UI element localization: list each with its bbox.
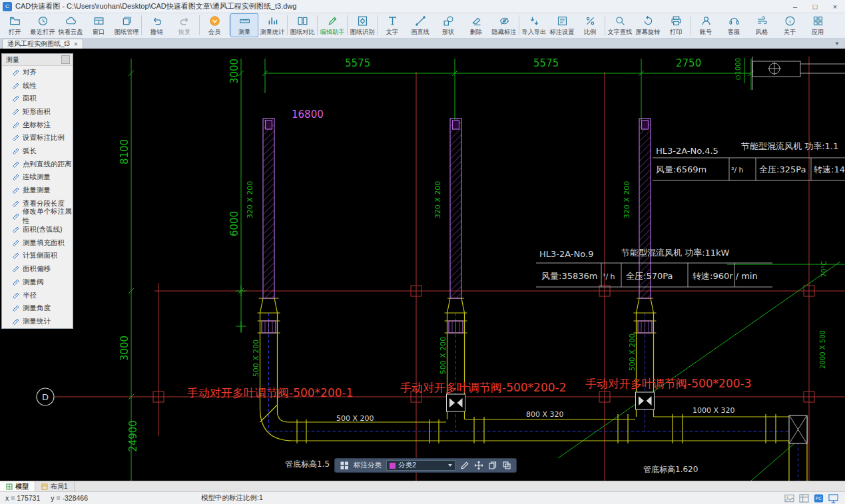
ribbon-collapse-icon[interactable]: ▼: [834, 41, 840, 47]
measure-tool-stats[interactable]: 测量统计: [2, 315, 73, 328]
point-line-icon: [12, 160, 20, 168]
ribbon-button-style[interactable]: 风格: [748, 13, 776, 37]
measure-tool-area[interactable]: 面积: [2, 92, 73, 105]
vip-icon: [208, 15, 221, 27]
measure-tool-coordinate[interactable]: 坐标标注: [2, 119, 73, 132]
rotate-icon: [642, 15, 655, 27]
ribbon-button-sheet-manager[interactable]: 图纸管理: [113, 13, 141, 37]
measure-tool-align[interactable]: 对齐: [2, 66, 73, 79]
side-size-label: 2000 X 500: [819, 330, 826, 369]
measure-tool-radius[interactable]: 半径: [2, 289, 73, 302]
application-window: C CAD快速看图 - C:\Users\ruohan\Desktop\CAD快…: [0, 0, 845, 504]
dim-label-left: 6000: [228, 211, 240, 236]
ribbon-button-draw-line[interactable]: 画直线: [406, 13, 434, 37]
ribbon-button-open[interactable]: 打开: [1, 13, 29, 37]
ribbon-button-window[interactable]: 窗口: [85, 13, 113, 37]
riser-size-label: 320 X 200: [246, 181, 254, 219]
ribbon-button-recent[interactable]: 最近打开: [29, 13, 57, 37]
measure-tool-batch[interactable]: 批量测量: [2, 184, 73, 197]
measure-tool-angle[interactable]: 测量角度: [2, 302, 73, 315]
category-dropdown[interactable]: 分类2: [386, 460, 455, 471]
ribbon-button-delete[interactable]: 删除: [462, 13, 490, 37]
ribbon-button-text[interactable]: 文字: [378, 13, 406, 37]
close-button[interactable]: ×: [825, 0, 845, 13]
cloud-icon: [65, 15, 77, 27]
ribbon-button-about[interactable]: 关于: [776, 13, 804, 37]
ribbon-button-edit-assistant[interactable]: 编辑助手: [318, 13, 346, 37]
area-arc-icon: [12, 226, 20, 234]
fan2-flow: 风量:35836m: [541, 270, 597, 282]
ribbon-button-rotate-screen[interactable]: 屏幕旋转: [634, 13, 662, 37]
ribbon-button-cloud[interactable]: 快看云盘: [57, 13, 85, 37]
valve-annotation[interactable]: 手动对开多叶调节阀-500*200-1: [187, 385, 353, 401]
measure-tool-fill-area[interactable]: 测量填充面积: [2, 236, 73, 250]
pc-version-badge[interactable]: [814, 493, 824, 503]
ribbon-button-annotation-settings[interactable]: 标注设置: [548, 13, 576, 37]
ribbon-button-account[interactable]: 账号: [692, 13, 720, 37]
measure-tool-modify-attr[interactable]: 修改单个标注属性: [2, 210, 73, 224]
ribbon-separator: [377, 15, 378, 35]
measure-tool-rect-area[interactable]: 矩形面积: [2, 105, 73, 119]
ribbon-button-measure[interactable]: 测量: [230, 13, 258, 37]
ribbon-button-redo[interactable]: 恢复: [170, 13, 198, 37]
ribbon-button-find-text[interactable]: 文字查找: [606, 13, 634, 37]
damper-symbols: [447, 392, 808, 443]
eraser-icon: [470, 15, 483, 27]
measure-tool-valve[interactable]: 测量阀: [2, 276, 73, 289]
move-icon[interactable]: [474, 461, 483, 470]
valve-annotation[interactable]: 手动对开多叶调节阀-500*200-2: [400, 380, 566, 395]
undo-icon: [150, 15, 163, 27]
ribbon-button-recognize[interactable]: 图纸识别: [348, 13, 376, 37]
side-area-icon: [12, 252, 20, 260]
apps-grid-icon: [812, 15, 824, 27]
measure-tool-set-scale[interactable]: 设置标注比例: [2, 131, 73, 144]
ribbon-button-measure-stats[interactable]: 测量统计: [258, 13, 286, 37]
layers-icon[interactable]: [502, 461, 511, 470]
measure-tool-area-offset[interactable]: 面积偏移: [2, 262, 73, 276]
sheet-tab-model[interactable]: 模型: [0, 481, 35, 491]
minimize-button[interactable]: –: [785, 0, 805, 13]
sheet-tab-layout1[interactable]: 布局1: [35, 481, 75, 491]
document-tab[interactable]: 通风工程实例图纸_t3 ×: [2, 39, 83, 49]
tab-close-icon[interactable]: ×: [74, 41, 78, 48]
measure-panel-header[interactable]: 测量: [2, 54, 73, 66]
ribbon-button-vip[interactable]: 会员: [200, 13, 228, 37]
panel-collapse-button[interactable]: [61, 55, 70, 64]
cad-canvas[interactable]: D 5575 5575 2750 3000 8100 6000 3000 249…: [0, 49, 845, 481]
ribbon-separator: [287, 15, 288, 35]
ribbon-separator: [691, 15, 691, 35]
fan2-speed: 转速:960r / min: [693, 270, 758, 282]
measure-tool-side-area[interactable]: 计算侧面积: [2, 250, 73, 263]
ribbon-button-hide-annotations[interactable]: 隐藏标注: [490, 13, 518, 37]
compare-icon: [296, 15, 309, 27]
ribbon-button-shapes[interactable]: 形状: [434, 13, 462, 37]
temp-label: 70°C: [820, 261, 828, 278]
measure-tool-continuous[interactable]: 连续测量: [2, 171, 73, 184]
account-icon: [700, 15, 712, 27]
measure-tool-point-line-distance[interactable]: 点到直线的距离: [2, 158, 73, 171]
fan2-tag: HL3-2A-No.9: [539, 249, 593, 259]
maximize-button[interactable]: □: [805, 0, 825, 13]
ribbon-button-undo[interactable]: 撤销: [142, 13, 170, 37]
ribbon-button-compare[interactable]: 图纸对比: [288, 13, 316, 37]
annotation-category-label: 标注分类: [354, 461, 382, 470]
measure-tool-area-arc[interactable]: 面积(含弧线): [2, 223, 73, 236]
monitor-icon[interactable]: [828, 493, 838, 503]
edit-icon[interactable]: [460, 461, 469, 470]
copy-icon[interactable]: [488, 461, 497, 470]
ribbon-button-import-export[interactable]: 导入导出: [520, 13, 548, 37]
image-preview-icon[interactable]: [784, 493, 794, 503]
ribbon-button-print[interactable]: 打印: [662, 13, 690, 37]
ribbon-button-service[interactable]: 客服: [720, 13, 748, 37]
ribbon-separator: [317, 15, 318, 35]
measure-tool-arc-length[interactable]: 弧长: [2, 144, 73, 158]
fan1-tag: HL3-2A-No.4.5: [656, 146, 718, 156]
ribbon-button-apps[interactable]: 应用: [804, 13, 832, 37]
ribbon-button-scale[interactable]: 比例: [576, 13, 604, 37]
annotation-float-toolbar: 标注分类 分类2: [334, 458, 517, 473]
thumbnail-grid-icon[interactable]: [799, 493, 809, 503]
measure-panel-title: 测量: [6, 55, 19, 65]
valve-annotation[interactable]: 手动对开多叶调节阀-500*200-3: [585, 376, 751, 391]
ribbon-toolbar: 打开 最近打开 快看云盘 窗口 图纸管理 撤销 恢复 会员 测量 测量统计 图纸…: [0, 13, 845, 39]
measure-tool-linear[interactable]: 线性: [2, 79, 73, 93]
